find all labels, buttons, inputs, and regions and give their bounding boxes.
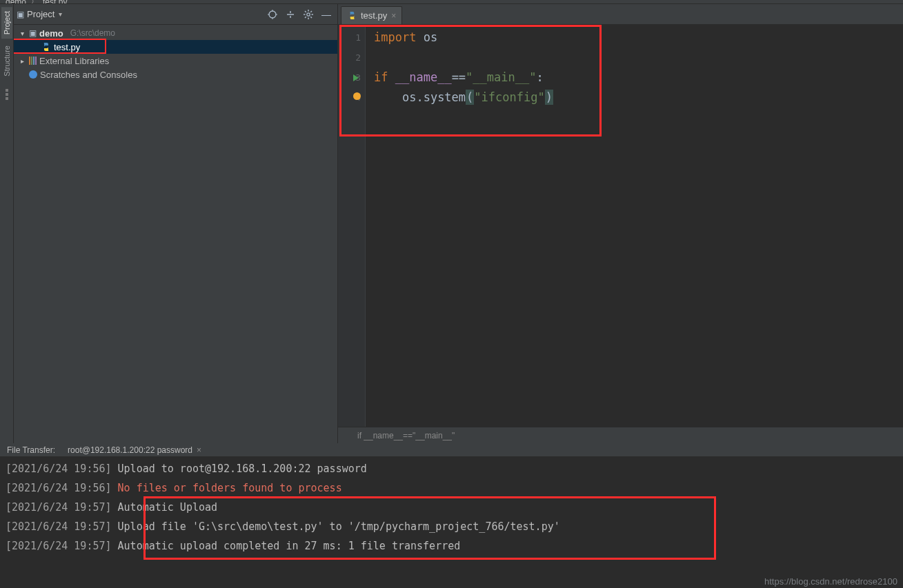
tree-file-name: test.py	[54, 42, 80, 52]
tree-scratches-label: Scratches and Consoles	[40, 70, 137, 80]
project-panel-header: ▣ Project ▾ —	[14, 4, 337, 25]
project-panel-title[interactable]: ▣ Project ▾	[17, 9, 62, 19]
caret-right-icon[interactable]: ▸	[18, 57, 26, 65]
svg-line-13	[305, 11, 306, 12]
svg-line-15	[310, 11, 312, 12]
project-panel: ▣ Project ▾ — ▾ ▣ demo G:\src\demo	[14, 4, 338, 443]
tree-root[interactable]: ▾ ▣ demo G:\src\demo	[14, 26, 337, 40]
python-file-icon	[41, 42, 51, 52]
folder-icon: ▣	[29, 28, 37, 38]
editor-area[interactable]: 1 2 3 4 import os if __name__=="__main__…	[338, 25, 903, 427]
file-transfer-log[interactable]: [2021/6/24 19:56] Upload to root@192.168…	[0, 456, 903, 588]
close-icon[interactable]: ×	[391, 11, 396, 21]
editor-tab-testpy[interactable]: test.py ×	[341, 6, 402, 24]
svg-point-8	[307, 12, 310, 15]
svg-line-14	[310, 17, 312, 18]
editor-tabs: test.py ×	[338, 4, 903, 25]
tree-root-name: demo	[39, 28, 63, 39]
scratch-icon	[29, 70, 37, 79]
line-number[interactable]: 1	[338, 28, 365, 48]
tree-file-testpy[interactable]: test.py	[14, 40, 337, 54]
tree-extlib-label: External Libraries	[39, 56, 109, 66]
code-area[interactable]: import os if __name__=="__main__": os.sy…	[366, 25, 903, 427]
tool-window-bar-left: Project Structure	[0, 4, 14, 443]
chevron-down-icon[interactable]: ▾	[59, 10, 62, 18]
editor-breadcrumb-text: if __name__=="__main__"	[357, 431, 455, 440]
hide-icon[interactable]: —	[319, 8, 333, 21]
svg-line-16	[305, 17, 306, 18]
tool-tab-more-icon[interactable]	[6, 89, 8, 100]
svg-point-0	[269, 11, 276, 18]
file-transfer-session-tab[interactable]: root@192.168.1.200:22 password ×	[63, 444, 206, 456]
file-transfer-panel: File Transfer: root@192.168.1.200:22 pas…	[0, 443, 903, 588]
caret-down-icon[interactable]: ▾	[18, 30, 26, 37]
tool-tab-project[interactable]: Project	[1, 7, 12, 39]
tool-tab-structure[interactable]: Structure	[1, 41, 12, 81]
tree-scratches[interactable]: Scratches and Consoles	[14, 68, 337, 81]
python-file-icon	[347, 11, 357, 21]
line-number[interactable]: 2	[338, 48, 365, 68]
aim-icon[interactable]	[266, 8, 279, 21]
bulb-icon[interactable]	[353, 92, 361, 100]
line-number[interactable]: 4	[338, 88, 365, 108]
line-number[interactable]: 3	[338, 68, 365, 88]
folder-icon: ▣	[17, 10, 24, 19]
watermark-text: https://blog.csdn.net/redrose2100	[764, 576, 897, 587]
project-tree: ▾ ▣ demo G:\src\demo test.py ▸ External …	[14, 25, 337, 443]
collapse-icon[interactable]	[284, 8, 297, 21]
tree-external-libraries[interactable]: ▸ External Libraries	[14, 54, 337, 68]
gear-icon[interactable]	[301, 8, 315, 21]
library-icon	[29, 57, 37, 65]
project-panel-title-text: Project	[27, 9, 54, 19]
editor-gutter: 1 2 3 4	[338, 25, 366, 427]
run-gutter-icon[interactable]	[353, 74, 359, 81]
file-transfer-title: File Transfer:	[7, 445, 55, 455]
editor-column: test.py × 1 2 3 4 import os if __name__=…	[338, 4, 903, 443]
tree-root-hint: G:\src\demo	[70, 28, 115, 38]
file-transfer-session-label: root@192.168.1.200:22 password	[68, 445, 192, 455]
editor-breadcrumb[interactable]: if __name__=="__main__"	[338, 427, 903, 443]
editor-tab-label: test.py	[361, 10, 387, 21]
close-icon[interactable]: ×	[197, 445, 201, 455]
file-transfer-header: File Transfer: root@192.168.1.200:22 pas…	[0, 444, 903, 456]
